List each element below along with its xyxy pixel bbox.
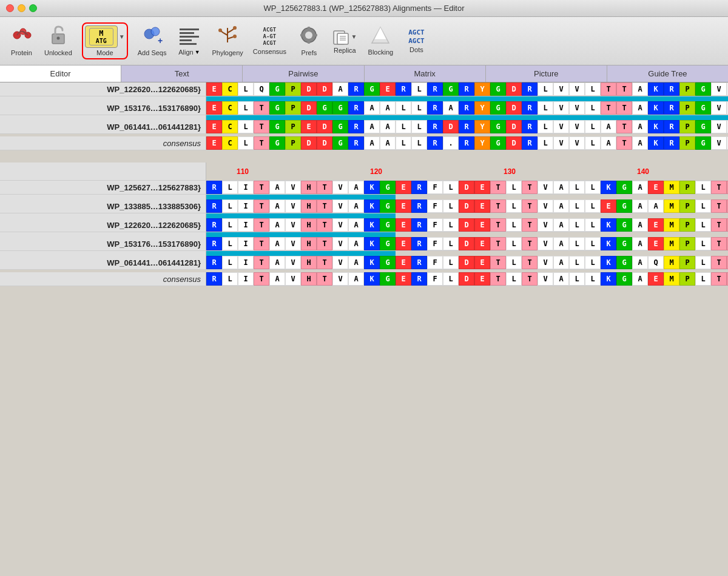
title-bar: WP_125627883.1 (WP_125627883) Alignments… <box>0 0 728 17</box>
svg-rect-14 <box>308 40 310 44</box>
highlight-cell <box>332 195 348 199</box>
seq-cell: L <box>569 256 585 269</box>
highlight-cell <box>348 115 364 120</box>
highlight-cell <box>222 96 238 101</box>
seq-cell: T <box>711 272 727 286</box>
seq-cell: P <box>285 101 301 115</box>
seq-cell: K <box>364 237 380 250</box>
seq-cell: L <box>538 120 553 133</box>
seq-cell: T <box>490 199 506 213</box>
mode-button[interactable]: M ATG ▼ Mode <box>78 20 132 62</box>
tab-pairwise[interactable]: Pairwise <box>243 65 364 82</box>
seq-cell: L <box>443 272 459 286</box>
highlight-cells <box>206 115 728 120</box>
highlight-cell <box>601 251 616 256</box>
highlight-cell <box>601 115 616 120</box>
seq-cell: R <box>427 136 443 150</box>
highlight-cell <box>616 115 632 120</box>
seq-cell: L <box>538 82 553 96</box>
highlight-cell <box>411 232 427 237</box>
highlight-cell <box>364 251 380 256</box>
seq-cell: T <box>317 218 332 232</box>
dots-button[interactable]: AGCT AGCT Dots <box>400 26 433 55</box>
tab-editor[interactable]: Editor <box>0 65 121 82</box>
addseqs-button[interactable]: + Add Seqs <box>134 23 170 59</box>
seq-cell: R <box>206 181 222 194</box>
highlight-cell <box>269 251 285 256</box>
ruler-numbers: 110120130140 <box>206 162 728 180</box>
mode-dropdown-arrow[interactable]: ▼ <box>119 33 125 40</box>
seq-cell: A <box>553 199 569 213</box>
seq-cell: Y <box>474 136 490 150</box>
minimize-button[interactable] <box>18 4 25 12</box>
seq-cell: R <box>522 101 538 115</box>
highlight-cell <box>632 251 648 256</box>
blocking-button[interactable]: Blocking <box>364 24 397 58</box>
seq-cell: F <box>427 256 443 269</box>
seq-cell: A <box>553 218 569 232</box>
mode-btn-inner[interactable]: M ATG <box>85 25 118 48</box>
seq-cell: G <box>616 256 632 269</box>
seq-cell: G <box>443 82 459 96</box>
window-title: WP_125627883.1 (WP_125627883) Alignments… <box>264 4 465 13</box>
seq-cell: V <box>711 136 727 150</box>
seq-cell: T <box>490 272 506 286</box>
seq-cell: V <box>332 199 348 213</box>
prefs-button[interactable]: Prefs <box>292 23 326 59</box>
highlight-cell <box>506 251 522 256</box>
seq-cell: T <box>254 181 269 194</box>
close-button[interactable] <box>6 4 14 12</box>
highlight-cell <box>348 96 364 101</box>
sequence-cells: ECLTGPEDGRAALLRDRYGDRLVVLATAKRPGVLRRAF <box>206 120 728 133</box>
seq-cell: R <box>348 120 364 133</box>
sequence-row: consensusRLITAVHTVAKGERFLDETLTVALLKGAEMP… <box>0 272 728 286</box>
maximize-button[interactable] <box>29 4 37 12</box>
align-button[interactable]: Align ▼ <box>172 24 206 58</box>
seq-cell: A <box>348 256 364 269</box>
highlight-cell <box>679 115 695 120</box>
tab-picture[interactable]: Picture <box>486 65 607 82</box>
seq-cell: E <box>396 272 411 286</box>
highlight-cell <box>474 195 490 199</box>
seq-cell: L <box>695 199 711 213</box>
highlight-cell <box>648 115 664 120</box>
seq-cell: Y <box>474 82 490 96</box>
seq-cell: E <box>474 237 490 250</box>
seq-cell: R <box>206 199 222 213</box>
highlight-cell <box>396 195 411 199</box>
protein-button[interactable]: Protein <box>5 23 38 59</box>
highlight-cell <box>459 195 474 199</box>
toolbar: Protein Unlocked M ATG ▼ Mod <box>0 17 728 65</box>
seq-cell: G <box>317 101 332 115</box>
seq-cell: V <box>332 272 348 286</box>
seq-cell: T <box>522 218 538 232</box>
seq-cell: A <box>632 136 648 150</box>
tab-guidetree[interactable]: Guide Tree <box>607 65 728 82</box>
highlight-cell <box>632 195 648 199</box>
seq-cell: C <box>222 82 238 96</box>
seq-cell: V <box>569 136 585 150</box>
seq-cell: C <box>222 136 238 150</box>
phylogeny-label: Phylogeny <box>212 49 243 56</box>
phylogeny-button[interactable]: Phylogeny <box>208 23 246 59</box>
highlight-cell <box>490 213 506 218</box>
phylogeny-icon <box>218 25 237 48</box>
highlight-cell <box>317 96 332 101</box>
seq-cell: E <box>206 136 222 150</box>
seq-cell: I <box>238 181 254 194</box>
replica-button[interactable]: ▼ Replica <box>328 26 362 56</box>
tab-matrix[interactable]: Matrix <box>365 65 486 82</box>
seq-cell: G <box>364 82 380 96</box>
highlight-cell <box>474 251 490 256</box>
unlocked-button[interactable]: Unlocked <box>41 23 76 59</box>
seq-cell: L <box>443 199 459 213</box>
seq-cell: T <box>254 218 269 232</box>
prefs-label: Prefs <box>302 49 317 56</box>
blocking-label: Blocking <box>368 49 394 56</box>
highlight-cell <box>301 96 317 101</box>
consensus-button[interactable]: ACGT A-GT ACGT Consensus <box>249 24 290 57</box>
tab-text[interactable]: Text <box>121 65 243 82</box>
highlight-cell <box>317 115 332 120</box>
highlight-cell <box>616 213 632 218</box>
seq-cell: V <box>538 237 553 250</box>
